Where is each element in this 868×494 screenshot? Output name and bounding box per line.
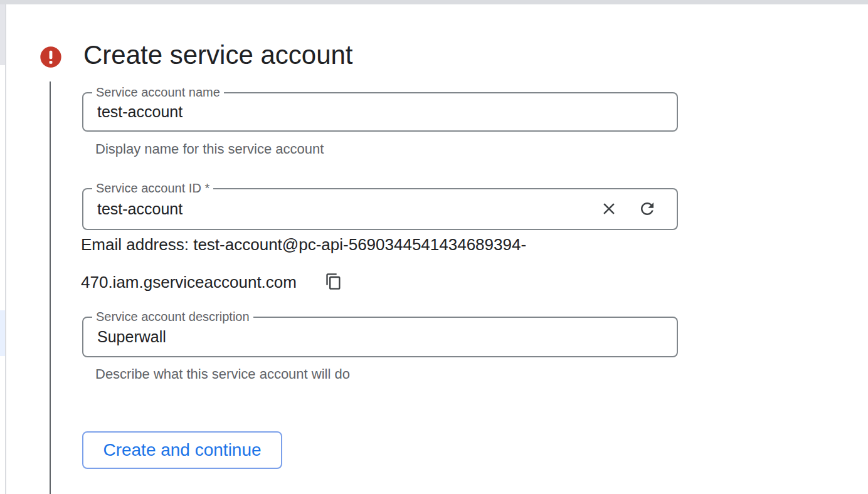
- service-account-id-input[interactable]: [83, 189, 677, 229]
- service-account-name-field: Service account name: [82, 92, 678, 132]
- service-account-description-input[interactable]: [83, 318, 677, 356]
- left-nav-selection-highlight: [0, 310, 5, 356]
- service-account-description-field: Service account description: [82, 317, 678, 357]
- description-helper-text: Describe what this service account will …: [95, 367, 350, 382]
- email-address-helper: Email address: test-account@pc-api-56903…: [81, 226, 526, 301]
- error-icon: [38, 45, 63, 70]
- email-address-line1: Email address: test-account@pc-api-56903…: [81, 226, 526, 263]
- top-edge-divider: [0, 0, 868, 4]
- service-account-name-input[interactable]: [83, 93, 677, 130]
- copy-icon[interactable]: [325, 273, 342, 290]
- stepper-line: [50, 81, 51, 494]
- refresh-icon[interactable]: [638, 199, 657, 218]
- email-address-line2: 470.iam.gserviceaccount.com: [81, 263, 526, 301]
- left-scrollbar-segment[interactable]: [0, 4, 5, 65]
- create-and-continue-button[interactable]: Create and continue: [82, 431, 282, 469]
- name-helper-text: Display name for this service account: [95, 142, 324, 157]
- create-service-account-page: Create service account Service account n…: [0, 0, 868, 494]
- left-panel-divider: [5, 4, 6, 494]
- email-address-line2-text: 470.iam.gserviceaccount.com: [81, 273, 297, 292]
- service-account-id-field: Service account ID *: [82, 188, 678, 230]
- clear-icon[interactable]: [600, 199, 618, 218]
- page-title: Create service account: [83, 40, 353, 70]
